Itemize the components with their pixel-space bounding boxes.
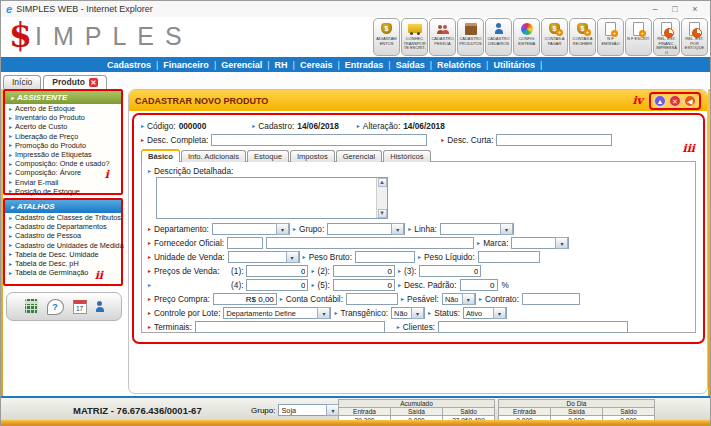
tab-basico[interactable]: Básico [141, 149, 180, 162]
sidebar-item-enviar-email[interactable]: ▸Enviar E-mail [5, 178, 121, 187]
field-bullet-icon: ▸ [148, 268, 151, 274]
calculator-icon[interactable] [25, 299, 38, 314]
sidebar-item-unidades-medida[interactable]: ▸Cadastro de Unidades de Medida [5, 241, 121, 250]
browser-title-bar: e SIMPLES WEB - Internet Explorer – □ × [1, 1, 710, 18]
sidebar-item-desc-umidade[interactable]: ▸Tabela de Desc. Umidade [5, 250, 121, 259]
toolbar-rel-est-impressao-button[interactable]: REL. EST. FINANC. IMPRESSÃO [653, 18, 680, 56]
preco3-input[interactable] [419, 265, 481, 277]
status-select[interactable]: Ativo▾ [463, 307, 507, 319]
desc-completa-input[interactable] [211, 134, 427, 146]
panel-back-button[interactable]: ◀ [684, 95, 696, 107]
tab-gerencial[interactable]: Gerencial [336, 150, 383, 162]
preco4-input[interactable] [246, 279, 308, 291]
unidade-venda-select[interactable]: ▾ [228, 251, 300, 263]
field-bullet-icon: ▸ [408, 226, 411, 232]
toolbar-contas-a-receber-button[interactable]: $ CONTAS A RECEBER [569, 18, 596, 56]
status-label: Status: [434, 308, 460, 318]
sidebar-item-composicao-arvore[interactable]: ▸Composição: Árvore [5, 168, 121, 177]
menu-item[interactable]: Relatórios [437, 60, 481, 70]
toolbar-nf-escrit-button[interactable]: N F ESCRIT. [625, 18, 652, 56]
preco5-input[interactable] [333, 279, 395, 291]
tab-historicos[interactable]: Históricos [383, 150, 430, 162]
calendar-icon[interactable]: 17 [73, 300, 87, 314]
toolbar-config-sistema-button[interactable]: CONFIG SISTEMA [513, 18, 540, 56]
transgenico-select[interactable]: Não▾ [391, 307, 425, 319]
field-bullet-icon: ▸ [398, 268, 401, 274]
fornecedor-nome-input[interactable] [266, 237, 474, 249]
tab-produto[interactable]: Produto ✕ [43, 75, 107, 89]
sidebar-item-desc-ph[interactable]: ▸Tabela de Desc. pH [5, 259, 121, 268]
preco1-input[interactable] [246, 265, 308, 277]
logo-text: IMPLES [35, 22, 193, 51]
scroll-up-icon[interactable]: ▲ [378, 178, 387, 187]
document-plus-icon [605, 21, 616, 36]
tab-estoque[interactable]: Estoque [247, 150, 289, 162]
menu-item[interactable]: RH [275, 60, 288, 70]
terminais-input[interactable] [195, 321, 385, 333]
tab-info-adicionais[interactable]: Info. Adicionais [181, 150, 246, 162]
sidebar-item-classes-tributos[interactable]: ▸Cadastro de Classes de Tributos [5, 213, 121, 222]
desc-curta-input[interactable] [496, 134, 612, 146]
toolbar-cadastro-usuarios-button[interactable]: CADASTRO USUÁRIOS [485, 18, 512, 56]
sidebar-item-inventario[interactable]: ▸Inventário do Produto [5, 113, 121, 122]
menu-item[interactable]: Financeiro [163, 60, 209, 70]
preco-compra-input[interactable] [213, 293, 277, 305]
sidebar-item-acerto-custo[interactable]: ▸Acerto de Custo [5, 122, 121, 131]
menu-item[interactable]: Saídas [396, 60, 425, 70]
clientes-input[interactable] [438, 321, 628, 333]
scroll-top-button[interactable]: ▲ [654, 95, 666, 107]
annotation-ii: ii [95, 270, 103, 281]
menu-separator: | [214, 60, 216, 70]
controle-lote-select[interactable]: Departamento Define▾ [223, 307, 331, 319]
sidebar-item-acerto-estoque[interactable]: ▸Acerto de Estoque [5, 104, 121, 113]
scroll-down-icon[interactable]: ▼ [378, 209, 387, 218]
toolbar-cadastro-produtos-button[interactable]: CADASTRO PRODUTOS [457, 18, 484, 56]
pie-chart-doc-icon [689, 21, 700, 36]
fornecedor-codigo-input[interactable] [227, 237, 263, 249]
menu-item[interactable]: Entradas [345, 60, 384, 70]
field-bullet-icon: ▸ [148, 310, 151, 316]
toolbar-rel-est-estoque-button[interactable]: REL. EST. POR ESTOQUE [681, 18, 708, 56]
panel-close-button[interactable]: ✕ [669, 95, 681, 107]
menu-item[interactable]: Cereais [300, 60, 333, 70]
descricao-detalhada-textarea[interactable]: ▲ ▼ [156, 177, 388, 219]
menu-item[interactable]: Gerencial [221, 60, 262, 70]
conta-contabil-input[interactable] [346, 293, 398, 305]
help-icon[interactable]: ? [47, 299, 64, 315]
toolbar-conhec-transporte-button[interactable]: CONHEC TRANSPORTE ESCRIT. [401, 18, 428, 56]
toolbar-contas-a-pagar-button[interactable]: $ CONTAS A PAGAR [541, 18, 568, 56]
sidebar-item-liberacao-preco[interactable]: ▸Liberação de Preço [5, 132, 121, 141]
menu-item[interactable]: Cadastros [107, 60, 151, 70]
grupo-select[interactable]: ▾ [327, 223, 405, 235]
sidebar-item-germinacao[interactable]: ▸Tabela de Germinação [5, 268, 121, 277]
sidebar-item-promocao[interactable]: ▸Promoção do Produto [5, 141, 121, 150]
maximize-button[interactable]: □ [665, 4, 685, 14]
linha-select[interactable]: ▾ [440, 223, 514, 235]
desc-padrao-input[interactable] [460, 279, 498, 291]
sidebar-item-etiquetas[interactable]: ▸Impressão de Etiquetas [5, 150, 121, 159]
minimize-button[interactable]: – [645, 4, 665, 14]
tab-close-icon[interactable]: ✕ [89, 78, 98, 87]
peso-liquido-input[interactable] [478, 251, 540, 263]
tab-impostos[interactable]: Impostos [290, 150, 335, 162]
textarea-scrollbar[interactable]: ▲ ▼ [376, 178, 387, 218]
menu-item[interactable]: Utilitários [493, 60, 535, 70]
sidebar-item-pessoa[interactable]: ▸Cadastro de Pessoa [5, 231, 121, 240]
tab-inicio[interactable]: Início [3, 75, 41, 89]
departamento-select[interactable]: ▾ [212, 223, 290, 235]
contrato-input[interactable] [522, 293, 580, 305]
sidebar-item-composicao-usado[interactable]: ▸Composição: Onde é usado? [5, 159, 121, 168]
pesavel-select[interactable]: Não▾ [442, 293, 476, 305]
sidebar-item-posicao-estoque[interactable]: ▸Posição de Estoque [5, 187, 121, 196]
preco2-input[interactable] [333, 265, 395, 277]
document-plus-icon [633, 21, 644, 36]
toolbar-nf-emissao-button[interactable]: N F EMISSÃO [597, 18, 624, 56]
marca-select[interactable]: ▾ [511, 237, 569, 249]
toolbar-adiantamentos-button[interactable]: $ ADIANTAMENTOS [373, 18, 400, 56]
user-profile-icon[interactable] [96, 307, 104, 312]
sidebar-item-departamentos[interactable]: ▸Cadastro de Departamentos [5, 222, 121, 231]
toolbar-cadastro-pessoa-button[interactable]: CADASTRO PESSOA [429, 18, 456, 56]
close-button[interactable]: × [685, 4, 705, 14]
peso-bruto-input[interactable] [355, 251, 415, 263]
grupo-statusbar-select[interactable]: Soja▾ [278, 404, 340, 416]
